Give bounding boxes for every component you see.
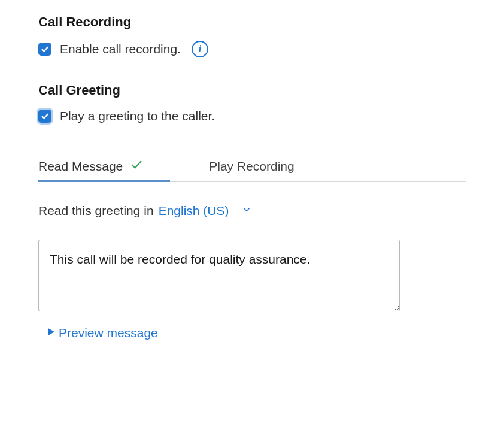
enable-call-recording-checkbox[interactable] [38,43,51,56]
language-row: Read this greeting in English (US) [38,204,466,218]
play-greeting-row: Play a greeting to the caller. [38,109,466,123]
info-icon[interactable]: i [192,41,208,57]
play-greeting-checkbox[interactable] [38,110,51,123]
call-greeting-heading: Call Greeting [38,83,466,98]
check-icon [130,158,143,174]
language-prefix: Read this greeting in [38,204,154,218]
preview-message-button[interactable]: Preview message [45,326,466,340]
tab-play-recording[interactable]: Play Recording [209,151,294,181]
checkmark-icon [41,45,49,53]
greeting-tabs: Read Message Play Recording [38,151,466,182]
language-select[interactable]: English (US) [159,204,229,218]
play-icon [45,326,56,340]
checkmark-icon [41,112,49,120]
tab-read-message[interactable]: Read Message [38,151,143,181]
chevron-down-icon[interactable] [241,204,252,218]
tab-play-recording-label: Play Recording [209,159,294,174]
call-recording-heading: Call Recording [38,14,466,30]
enable-call-recording-label: Enable call recording. [60,42,181,56]
play-greeting-label: Play a greeting to the caller. [60,109,215,123]
tab-read-message-label: Read Message [38,159,123,174]
preview-message-label: Preview message [59,326,158,340]
enable-call-recording-row: Enable call recording. i [38,41,466,57]
svg-marker-0 [48,328,55,335]
greeting-message-input[interactable] [38,240,400,311]
